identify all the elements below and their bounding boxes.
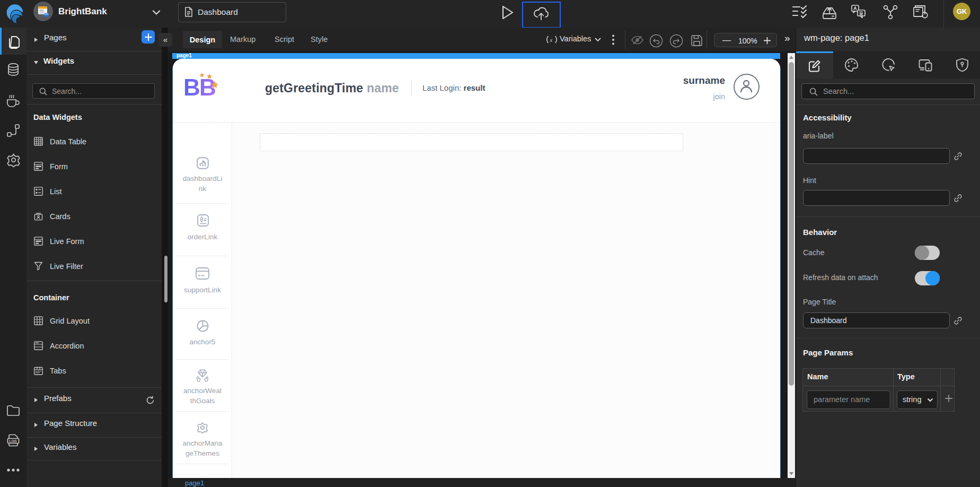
svg-text:LOG: LOG xyxy=(10,439,17,442)
svg-text:x: x xyxy=(549,37,552,43)
